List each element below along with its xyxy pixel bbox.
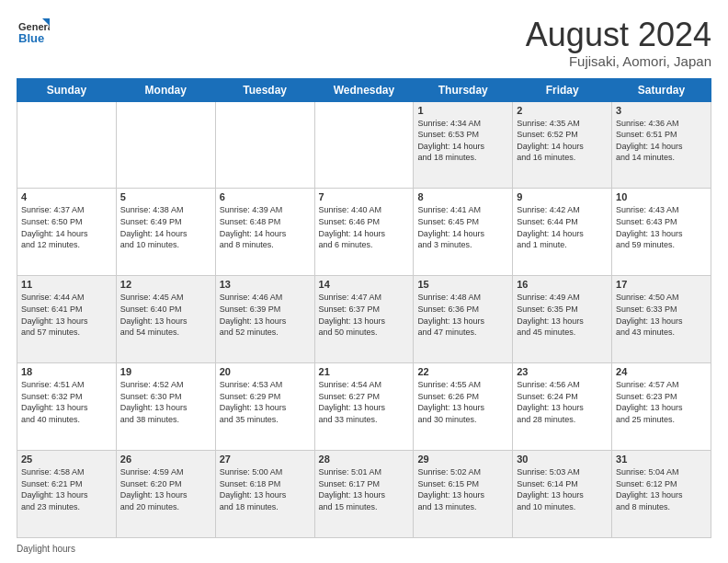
table-row: 18Sunrise: 4:51 AM Sunset: 6:32 PM Dayli… (17, 363, 117, 451)
day-info: Sunrise: 4:36 AM Sunset: 6:51 PM Dayligh… (616, 118, 707, 164)
table-row: 24Sunrise: 4:57 AM Sunset: 6:23 PM Dayli… (612, 363, 711, 451)
table-row: 29Sunrise: 5:02 AM Sunset: 6:15 PM Dayli… (414, 451, 513, 538)
day-info: Sunrise: 5:02 AM Sunset: 6:15 PM Dayligh… (417, 466, 508, 512)
table-row (116, 101, 215, 189)
day-info: Sunrise: 4:55 AM Sunset: 6:26 PM Dayligh… (417, 379, 508, 425)
table-row: 8Sunrise: 4:41 AM Sunset: 6:45 PM Daylig… (414, 189, 513, 276)
table-row (17, 101, 117, 189)
day-info: Sunrise: 4:40 AM Sunset: 6:46 PM Dayligh… (319, 204, 410, 250)
col-thursday: Thursday (414, 78, 513, 101)
day-number: 14 (319, 279, 410, 290)
svg-text:Blue: Blue (18, 31, 44, 45)
day-number: 22 (417, 366, 508, 377)
title-area: August 2024 Fujisaki, Aomori, Japan (526, 17, 711, 69)
col-friday: Friday (513, 78, 612, 101)
day-info: Sunrise: 4:54 AM Sunset: 6:27 PM Dayligh… (319, 379, 410, 425)
week-row-1: 4Sunrise: 4:37 AM Sunset: 6:50 PM Daylig… (17, 189, 711, 276)
table-row: 17Sunrise: 4:50 AM Sunset: 6:33 PM Dayli… (612, 276, 711, 363)
table-row: 12Sunrise: 4:45 AM Sunset: 6:40 PM Dayli… (116, 276, 215, 363)
table-row: 2Sunrise: 4:35 AM Sunset: 6:52 PM Daylig… (513, 101, 612, 189)
table-row: 7Sunrise: 4:40 AM Sunset: 6:46 PM Daylig… (314, 189, 414, 276)
location: Fujisaki, Aomori, Japan (526, 53, 711, 69)
day-number: 27 (220, 454, 311, 465)
table-row: 5Sunrise: 4:38 AM Sunset: 6:49 PM Daylig… (116, 189, 215, 276)
day-info: Sunrise: 4:47 AM Sunset: 6:37 PM Dayligh… (319, 292, 410, 338)
table-row: 4Sunrise: 4:37 AM Sunset: 6:50 PM Daylig… (17, 189, 117, 276)
day-number: 24 (616, 366, 707, 377)
week-row-4: 25Sunrise: 4:58 AM Sunset: 6:21 PM Dayli… (17, 451, 711, 538)
calendar-table: Sunday Monday Tuesday Wednesday Thursday… (17, 78, 711, 538)
header: General Blue August 2024 Fujisaki, Aomor… (17, 17, 711, 69)
day-number: 18 (21, 366, 112, 377)
day-number: 13 (220, 279, 311, 290)
calendar-body: 1Sunrise: 4:34 AM Sunset: 6:53 PM Daylig… (17, 101, 711, 537)
day-number: 11 (21, 279, 112, 290)
table-row: 16Sunrise: 4:49 AM Sunset: 6:35 PM Dayli… (513, 276, 612, 363)
table-row: 15Sunrise: 4:48 AM Sunset: 6:36 PM Dayli… (414, 276, 513, 363)
month-title: August 2024 (526, 17, 711, 53)
col-tuesday: Tuesday (215, 78, 314, 101)
day-info: Sunrise: 5:00 AM Sunset: 6:18 PM Dayligh… (220, 466, 311, 512)
day-info: Sunrise: 4:45 AM Sunset: 6:40 PM Dayligh… (120, 292, 211, 338)
day-info: Sunrise: 4:38 AM Sunset: 6:49 PM Dayligh… (120, 204, 211, 250)
table-row (314, 101, 414, 189)
day-info: Sunrise: 4:58 AM Sunset: 6:21 PM Dayligh… (21, 466, 112, 512)
col-monday: Monday (116, 78, 215, 101)
table-row (215, 101, 314, 189)
page: General Blue August 2024 Fujisaki, Aomor… (0, 0, 728, 563)
day-number: 26 (120, 454, 211, 465)
day-number: 20 (220, 366, 311, 377)
day-number: 10 (616, 191, 707, 202)
day-info: Sunrise: 4:42 AM Sunset: 6:44 PM Dayligh… (517, 204, 608, 250)
day-info: Sunrise: 4:59 AM Sunset: 6:20 PM Dayligh… (120, 466, 211, 512)
day-number: 15 (417, 279, 508, 290)
day-number: 1 (417, 105, 508, 116)
footer-text: Daylight hours (17, 544, 75, 554)
day-info: Sunrise: 5:04 AM Sunset: 6:12 PM Dayligh… (616, 466, 707, 512)
day-info: Sunrise: 4:41 AM Sunset: 6:45 PM Dayligh… (417, 204, 508, 250)
table-row: 31Sunrise: 5:04 AM Sunset: 6:12 PM Dayli… (612, 451, 711, 538)
table-row: 11Sunrise: 4:44 AM Sunset: 6:41 PM Dayli… (17, 276, 117, 363)
col-sunday: Sunday (17, 78, 117, 101)
logo-svg: General Blue (17, 17, 50, 50)
day-number: 28 (319, 454, 410, 465)
footer: Daylight hours (17, 544, 711, 554)
table-row: 26Sunrise: 4:59 AM Sunset: 6:20 PM Dayli… (116, 451, 215, 538)
day-number: 21 (319, 366, 410, 377)
day-info: Sunrise: 4:37 AM Sunset: 6:50 PM Dayligh… (21, 204, 112, 250)
day-info: Sunrise: 5:01 AM Sunset: 6:17 PM Dayligh… (319, 466, 410, 512)
day-number: 31 (616, 454, 707, 465)
table-row: 27Sunrise: 5:00 AM Sunset: 6:18 PM Dayli… (215, 451, 314, 538)
table-row: 25Sunrise: 4:58 AM Sunset: 6:21 PM Dayli… (17, 451, 117, 538)
day-number: 16 (517, 279, 608, 290)
day-number: 5 (120, 191, 211, 202)
logo-area: General Blue (17, 17, 51, 50)
day-number: 23 (517, 366, 608, 377)
day-info: Sunrise: 4:44 AM Sunset: 6:41 PM Dayligh… (21, 292, 112, 338)
table-row: 6Sunrise: 4:39 AM Sunset: 6:48 PM Daylig… (215, 189, 314, 276)
header-row: Sunday Monday Tuesday Wednesday Thursday… (17, 78, 711, 101)
table-row: 19Sunrise: 4:52 AM Sunset: 6:30 PM Dayli… (116, 363, 215, 451)
table-row: 30Sunrise: 5:03 AM Sunset: 6:14 PM Dayli… (513, 451, 612, 538)
day-number: 29 (417, 454, 508, 465)
table-row: 14Sunrise: 4:47 AM Sunset: 6:37 PM Dayli… (314, 276, 414, 363)
table-row: 9Sunrise: 4:42 AM Sunset: 6:44 PM Daylig… (513, 189, 612, 276)
day-number: 6 (220, 191, 311, 202)
table-row: 21Sunrise: 4:54 AM Sunset: 6:27 PM Dayli… (314, 363, 414, 451)
col-saturday: Saturday (612, 78, 711, 101)
day-info: Sunrise: 4:52 AM Sunset: 6:30 PM Dayligh… (120, 379, 211, 425)
week-row-0: 1Sunrise: 4:34 AM Sunset: 6:53 PM Daylig… (17, 101, 711, 189)
day-number: 9 (517, 191, 608, 202)
day-info: Sunrise: 4:49 AM Sunset: 6:35 PM Dayligh… (517, 292, 608, 338)
table-row: 13Sunrise: 4:46 AM Sunset: 6:39 PM Dayli… (215, 276, 314, 363)
table-row: 1Sunrise: 4:34 AM Sunset: 6:53 PM Daylig… (414, 101, 513, 189)
day-info: Sunrise: 4:48 AM Sunset: 6:36 PM Dayligh… (417, 292, 508, 338)
table-row: 20Sunrise: 4:53 AM Sunset: 6:29 PM Dayli… (215, 363, 314, 451)
day-number: 25 (21, 454, 112, 465)
day-info: Sunrise: 4:35 AM Sunset: 6:52 PM Dayligh… (517, 118, 608, 164)
day-info: Sunrise: 4:51 AM Sunset: 6:32 PM Dayligh… (21, 379, 112, 425)
day-info: Sunrise: 4:46 AM Sunset: 6:39 PM Dayligh… (220, 292, 311, 338)
day-info: Sunrise: 4:57 AM Sunset: 6:23 PM Dayligh… (616, 379, 707, 425)
table-row: 28Sunrise: 5:01 AM Sunset: 6:17 PM Dayli… (314, 451, 414, 538)
day-number: 8 (417, 191, 508, 202)
